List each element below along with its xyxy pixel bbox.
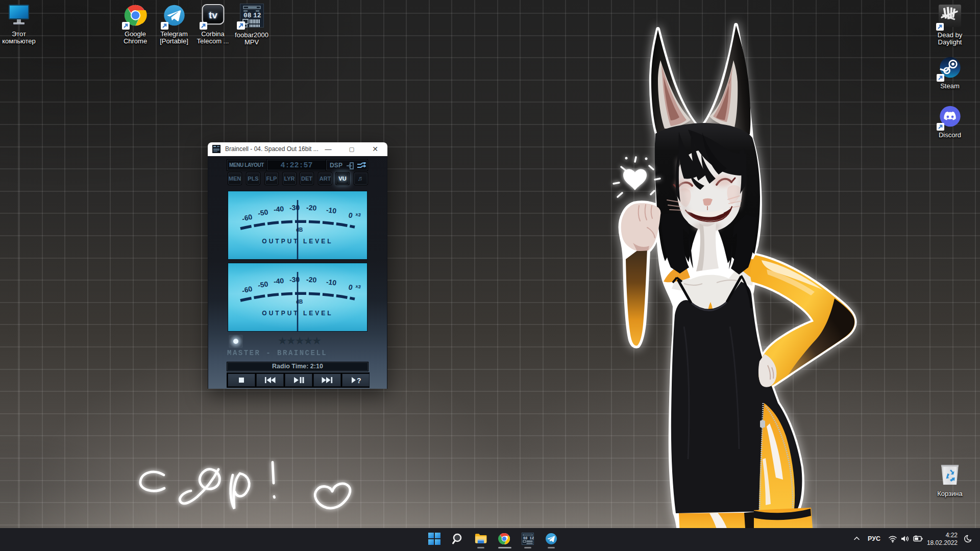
svg-text:x3: x3 — [355, 212, 361, 218]
svg-text:-60: -60 — [241, 285, 253, 295]
svg-text:08: 08 — [243, 12, 252, 19]
svg-text:-20: -20 — [306, 276, 317, 284]
svg-text:-60: -60 — [241, 213, 253, 223]
svg-text:x3: x3 — [355, 284, 361, 290]
svg-text:0: 0 — [348, 283, 353, 291]
svg-text:-10: -10 — [326, 206, 337, 215]
svg-text:-30: -30 — [289, 276, 300, 284]
svg-text:-10: -10 — [326, 278, 337, 287]
svg-text:-40: -40 — [273, 277, 284, 286]
svg-text:?: ? — [357, 377, 361, 385]
svg-text:0: 0 — [348, 211, 353, 219]
svg-text:-20: -20 — [306, 204, 317, 212]
svg-text:-50: -50 — [257, 280, 269, 289]
svg-text:-30: -30 — [289, 204, 300, 212]
svg-text:08 12: 08 12 — [523, 536, 534, 540]
svg-text:-50: -50 — [257, 208, 269, 217]
svg-text:-40: -40 — [273, 205, 284, 214]
svg-text:12: 12 — [253, 12, 261, 19]
svg-text:tv: tv — [208, 10, 217, 20]
